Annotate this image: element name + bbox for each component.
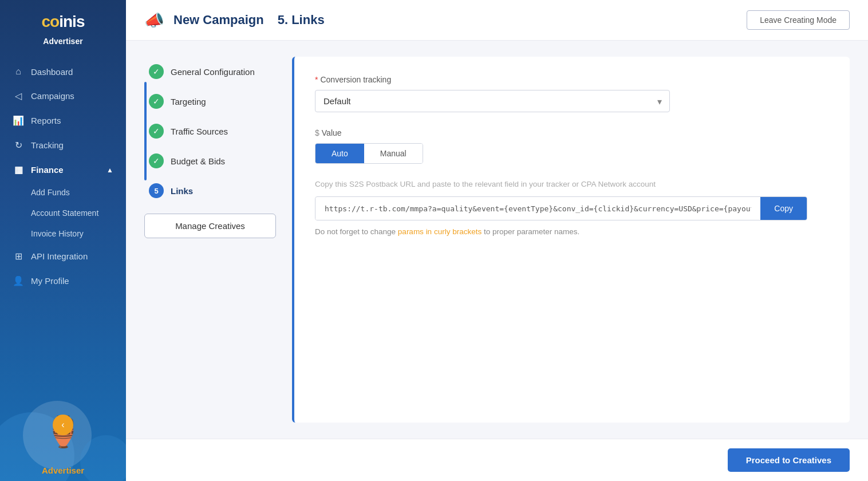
campaigns-icon: ◁: [13, 90, 24, 101]
sidebar-collapse-button[interactable]: ‹: [53, 415, 73, 435]
sidebar-item-label: API Integration: [31, 251, 88, 261]
value-toggle-group: Auto Manual: [315, 143, 423, 164]
sidebar-item-my-profile[interactable]: 👤 My Profile: [0, 269, 126, 293]
manual-toggle-button[interactable]: Manual: [364, 144, 423, 163]
dollar-sign: $: [315, 128, 319, 137]
megaphone-icon: 📣: [144, 11, 164, 30]
sidebar-item-label: Finance: [31, 165, 64, 175]
step-check-icon: ✓: [149, 94, 164, 109]
profile-icon: 👤: [13, 275, 24, 286]
step-traffic-sources[interactable]: ✓ Traffic Sources: [149, 116, 276, 146]
step-label: Traffic Sources: [171, 127, 228, 136]
sidebar-item-label: Campaigns: [31, 91, 74, 101]
logo-text: coinis: [11, 13, 115, 31]
home-icon: ⌂: [13, 66, 24, 77]
sidebar-sub-label: Account Statement: [31, 208, 98, 218]
postback-section: Copy this S2S Postback URL and paste to …: [315, 180, 829, 236]
steps-list: ✓ General Configuration ✓ Targeting ✓ Tr…: [144, 57, 276, 206]
api-icon: ⊞: [13, 251, 24, 262]
postback-url-row: Copy: [315, 196, 807, 220]
step-budget-bids[interactable]: ✓ Budget & Bids: [149, 146, 276, 176]
step-number-badge: 5: [149, 183, 164, 198]
sidebar-sub-label: Add Funds: [31, 188, 70, 197]
step-check-icon: ✓: [149, 64, 164, 79]
sidebar-item-tracking[interactable]: ↻ Tracking: [0, 133, 126, 157]
step-general[interactable]: ✓ General Configuration: [149, 57, 276, 86]
sidebar-item-campaigns[interactable]: ◁ Campaigns: [0, 84, 126, 108]
sidebar-nav: ⌂ Dashboard ◁ Campaigns 📊 Reports ↻ Trac…: [0, 55, 126, 463]
value-label: $ Value: [315, 128, 829, 137]
content-area: ✓ General Configuration ✓ Targeting ✓ Tr…: [126, 41, 868, 439]
step-check-icon: ✓: [149, 153, 164, 168]
sidebar-item-dashboard[interactable]: ⌂ Dashboard: [0, 60, 126, 84]
sidebar-role: Advertiser: [0, 37, 126, 55]
steps-panel: ✓ General Configuration ✓ Targeting ✓ Tr…: [144, 57, 276, 423]
manage-creatives-button[interactable]: Manage Creatives: [144, 214, 276, 238]
sidebar-username: Advertiser: [0, 463, 126, 481]
sidebar-item-invoice-history[interactable]: Invoice History: [0, 223, 126, 244]
sidebar-item-api-integration[interactable]: ⊞ API Integration: [0, 244, 126, 269]
conversion-tracking-label: * Conversion tracking: [315, 75, 829, 84]
curly-brackets-highlight: params in curly brackets: [398, 227, 482, 236]
sidebar-item-reports[interactable]: 📊 Reports: [0, 108, 126, 133]
sidebar-item-account-statement[interactable]: Account Statement: [0, 203, 126, 223]
auto-toggle-button[interactable]: Auto: [315, 144, 364, 163]
chevron-left-icon: ‹: [61, 420, 64, 430]
sidebar-item-add-funds[interactable]: Add Funds: [0, 182, 126, 203]
copy-button[interactable]: Copy: [760, 197, 807, 220]
step-check-icon: ✓: [149, 124, 164, 139]
conversion-tracking-select[interactable]: Default: [315, 90, 670, 112]
sidebar-logo: coinis: [0, 0, 126, 37]
sidebar-item-label: Reports: [31, 116, 61, 125]
sidebar-sub-label: Invoice History: [31, 229, 84, 238]
main-content: 📣 New Campaign 5. Links Leave Creating M…: [126, 0, 868, 481]
leave-creating-mode-button[interactable]: Leave Creating Mode: [747, 10, 850, 30]
chevron-up-icon: ▲: [106, 166, 113, 174]
step-label: Targeting: [171, 97, 206, 107]
postback-url-input[interactable]: [315, 198, 760, 220]
value-section: $ Value Auto Manual: [315, 128, 829, 164]
sidebar-item-label: Dashboard: [31, 67, 73, 77]
required-star: *: [315, 75, 318, 84]
step-label: Links: [171, 186, 193, 196]
step-label: Budget & Bids: [171, 156, 225, 166]
bottom-bar: Proceed to Creatives: [126, 439, 868, 481]
proceed-to-creatives-button[interactable]: Proceed to Creatives: [728, 448, 850, 472]
reports-icon: 📊: [13, 115, 24, 126]
sidebar-item-label: Tracking: [31, 140, 64, 150]
page-header: 📣 New Campaign 5. Links: [144, 11, 325, 30]
top-bar: 📣 New Campaign 5. Links Leave Creating M…: [126, 0, 868, 41]
steps-active-border: [144, 82, 147, 180]
step-targeting[interactable]: ✓ Targeting: [149, 86, 276, 116]
step-label: General Configuration: [171, 67, 255, 77]
page-title: New Campaign: [173, 13, 264, 27]
finance-icon: ▦: [13, 164, 24, 175]
step-links[interactable]: 5 Links: [149, 176, 276, 206]
form-panel: * Conversion tracking Default ▾ $ Value: [292, 57, 850, 423]
tracking-icon: ↻: [13, 140, 24, 151]
postback-hint: Do not forget to change params in curly …: [315, 227, 829, 236]
conversion-tracking-wrapper: Default ▾: [315, 90, 670, 112]
sidebar-item-finance[interactable]: ▦ Finance ▲: [0, 157, 126, 182]
sidebar-item-label: My Profile: [31, 276, 69, 286]
step-title: 5. Links: [278, 13, 325, 27]
postback-description: Copy this S2S Postback URL and paste to …: [315, 180, 829, 188]
conversion-tracking-section: * Conversion tracking Default ▾: [315, 75, 829, 112]
sidebar: coinis Advertiser ⌂ Dashboard ◁ Campaign…: [0, 0, 126, 481]
